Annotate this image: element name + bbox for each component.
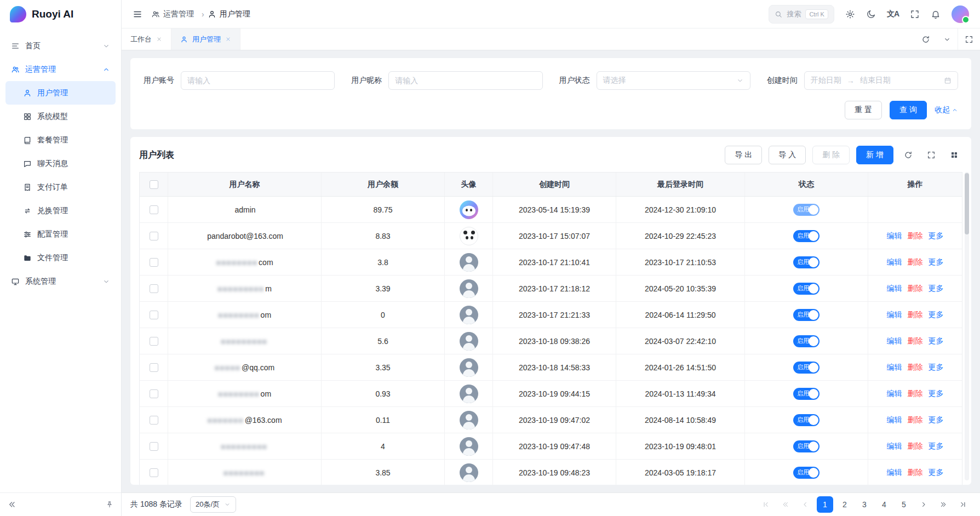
collapse-filter-link[interactable]: 收起 bbox=[935, 105, 958, 115]
collapse-sidebar-icon[interactable] bbox=[8, 500, 16, 509]
last-page-button[interactable] bbox=[955, 496, 971, 513]
status-toggle[interactable]: 启用 bbox=[793, 362, 819, 374]
sidebar-item-operations[interactable]: 运营管理 bbox=[5, 58, 116, 81]
sidebar-item-home[interactable]: 首页 bbox=[5, 34, 116, 58]
dark-mode-icon[interactable] bbox=[866, 9, 876, 19]
edit-link[interactable]: 编辑 bbox=[887, 468, 902, 478]
edit-link[interactable]: 编辑 bbox=[887, 231, 902, 241]
reset-button[interactable]: 重 置 bbox=[845, 101, 882, 119]
table-fullscreen-icon[interactable] bbox=[923, 147, 939, 163]
table-scrollbar[interactable] bbox=[965, 172, 969, 480]
language-icon[interactable]: 文A bbox=[887, 9, 899, 19]
add-button[interactable]: 新 增 bbox=[856, 146, 893, 164]
status-toggle[interactable]: 启用 bbox=[793, 256, 819, 268]
sidebar-item-system-management[interactable]: 系统管理 bbox=[5, 270, 116, 293]
status-toggle[interactable]: 启用 bbox=[793, 335, 819, 347]
page-size-select[interactable]: 20条/页 bbox=[190, 496, 236, 513]
delete-button[interactable]: 删 除 bbox=[812, 146, 850, 164]
scrollbar-thumb[interactable] bbox=[965, 173, 969, 234]
status-toggle[interactable]: 启用 bbox=[793, 309, 819, 321]
more-link[interactable]: 更多 bbox=[929, 442, 944, 451]
content-fullscreen-icon[interactable] bbox=[958, 28, 980, 50]
edit-link[interactable]: 编辑 bbox=[887, 284, 902, 294]
row-checkbox[interactable] bbox=[150, 389, 158, 398]
sidebar-item-exchange-management[interactable]: 兑换管理 bbox=[5, 199, 116, 222]
status-toggle[interactable]: 启用 bbox=[793, 388, 819, 400]
import-button[interactable]: 导 入 bbox=[769, 146, 806, 164]
pin-icon[interactable] bbox=[106, 501, 113, 508]
sidebar-item-file-management[interactable]: 文件管理 bbox=[5, 246, 116, 270]
settings-icon[interactable] bbox=[845, 9, 855, 19]
hamburger-icon[interactable] bbox=[133, 9, 142, 19]
more-link[interactable]: 更多 bbox=[929, 284, 944, 294]
row-checkbox[interactable] bbox=[150, 284, 158, 293]
prev-page-button[interactable] bbox=[797, 496, 813, 513]
query-button[interactable]: 查 询 bbox=[890, 101, 927, 119]
more-link[interactable]: 更多 bbox=[929, 231, 944, 241]
global-search[interactable]: 搜索 Ctrl K bbox=[769, 5, 834, 24]
sidebar-item-chat-messages[interactable]: 聊天消息 bbox=[5, 152, 116, 175]
sidebar-item-system-model[interactable]: 系统模型 bbox=[5, 105, 116, 128]
status-select[interactable]: 请选择 bbox=[597, 71, 750, 90]
delete-link[interactable]: 删除 bbox=[908, 284, 923, 294]
breadcrumb-user-management[interactable]: 用户管理 bbox=[208, 9, 250, 19]
sidebar-item-user-management[interactable]: 用户管理 bbox=[5, 81, 116, 105]
nickname-input[interactable] bbox=[395, 76, 536, 85]
delete-link[interactable]: 删除 bbox=[908, 257, 923, 267]
refresh-table-icon[interactable] bbox=[900, 147, 916, 163]
row-checkbox[interactable] bbox=[150, 363, 158, 372]
tab-user-management[interactable]: 用户管理 bbox=[171, 28, 240, 50]
sidebar-item-package-management[interactable]: 套餐管理 bbox=[5, 128, 116, 152]
status-toggle[interactable]: 启用 bbox=[793, 414, 819, 426]
page-number-button[interactable]: 5 bbox=[896, 496, 912, 513]
tab-workbench[interactable]: 工作台 bbox=[122, 28, 171, 50]
delete-link[interactable]: 删除 bbox=[908, 310, 923, 320]
page-number-button[interactable]: 3 bbox=[856, 496, 873, 513]
row-checkbox[interactable] bbox=[150, 468, 158, 477]
breadcrumb-operations[interactable]: 运营管理 bbox=[151, 9, 204, 19]
first-page-button[interactable] bbox=[758, 496, 774, 513]
more-link[interactable]: 更多 bbox=[929, 336, 944, 346]
delete-link[interactable]: 删除 bbox=[908, 231, 923, 241]
edit-link[interactable]: 编辑 bbox=[887, 363, 902, 372]
jump-prev-button[interactable] bbox=[777, 496, 794, 513]
export-button[interactable]: 导 出 bbox=[725, 146, 762, 164]
delete-link[interactable]: 删除 bbox=[908, 363, 923, 372]
column-settings-icon[interactable] bbox=[946, 147, 962, 163]
app-logo[interactable]: Ruoyi AI bbox=[0, 0, 121, 28]
more-link[interactable]: 更多 bbox=[929, 257, 944, 267]
edit-link[interactable]: 编辑 bbox=[887, 310, 902, 320]
status-toggle[interactable]: 启用 bbox=[793, 440, 819, 452]
sidebar-item-payment-orders[interactable]: 支付订单 bbox=[5, 175, 116, 199]
page-number-button[interactable]: 1 bbox=[817, 496, 833, 513]
edit-link[interactable]: 编辑 bbox=[887, 415, 902, 425]
delete-link[interactable]: 删除 bbox=[908, 468, 923, 478]
close-icon[interactable] bbox=[225, 36, 231, 42]
edit-link[interactable]: 编辑 bbox=[887, 257, 902, 267]
more-link[interactable]: 更多 bbox=[929, 363, 944, 372]
account-input[interactable] bbox=[187, 76, 328, 85]
close-icon[interactable] bbox=[156, 36, 162, 42]
page-number-button[interactable]: 2 bbox=[836, 496, 853, 513]
more-link[interactable]: 更多 bbox=[929, 415, 944, 425]
page-number-button[interactable]: 4 bbox=[876, 496, 892, 513]
select-all-checkbox[interactable] bbox=[150, 180, 158, 189]
row-checkbox[interactable] bbox=[150, 442, 158, 451]
refresh-page-icon[interactable] bbox=[915, 28, 937, 50]
more-link[interactable]: 更多 bbox=[929, 310, 944, 320]
next-page-button[interactable] bbox=[915, 496, 932, 513]
delete-link[interactable]: 删除 bbox=[908, 415, 923, 425]
delete-link[interactable]: 删除 bbox=[908, 336, 923, 346]
status-toggle[interactable]: 启用 bbox=[793, 467, 819, 479]
status-toggle[interactable]: 启用 bbox=[793, 283, 819, 295]
tabs-menu-chevron-icon[interactable] bbox=[937, 28, 958, 50]
more-link[interactable]: 更多 bbox=[929, 389, 944, 399]
status-toggle[interactable]: 启用 bbox=[793, 230, 819, 242]
more-link[interactable]: 更多 bbox=[929, 468, 944, 478]
row-checkbox[interactable] bbox=[150, 205, 158, 214]
row-checkbox[interactable] bbox=[150, 311, 158, 319]
row-checkbox[interactable] bbox=[150, 258, 158, 267]
delete-link[interactable]: 删除 bbox=[908, 442, 923, 451]
delete-link[interactable]: 删除 bbox=[908, 389, 923, 399]
row-checkbox[interactable] bbox=[150, 232, 158, 240]
